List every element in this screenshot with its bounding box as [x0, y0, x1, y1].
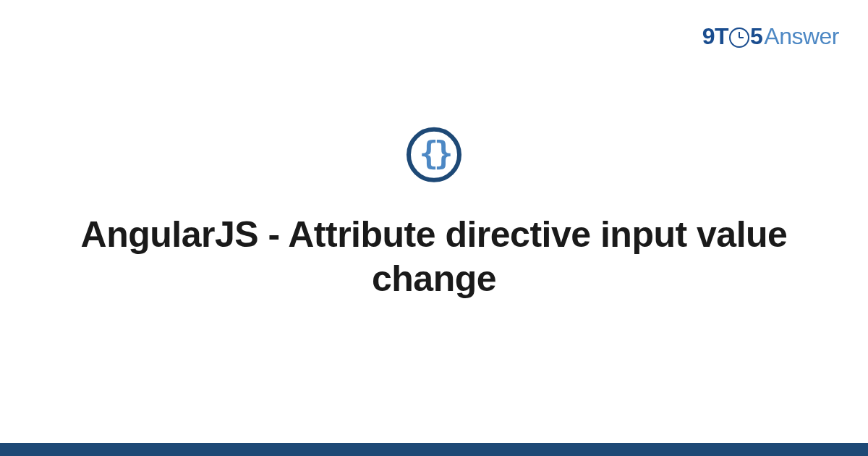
site-logo: 9T 5 Answer — [702, 23, 839, 50]
main-content: {} AngularJS - Attribute directive input… — [0, 127, 868, 301]
page-title: AngularJS - Attribute directive input va… — [0, 213, 868, 301]
logo-text-9t: 9T — [702, 23, 728, 50]
braces-glyph: {} — [420, 138, 449, 169]
footer-bar — [0, 443, 868, 456]
clock-icon — [729, 28, 749, 48]
logo-text-5: 5 — [750, 23, 762, 50]
code-braces-icon: {} — [407, 127, 461, 182]
logo-text-answer: Answer — [764, 23, 839, 50]
